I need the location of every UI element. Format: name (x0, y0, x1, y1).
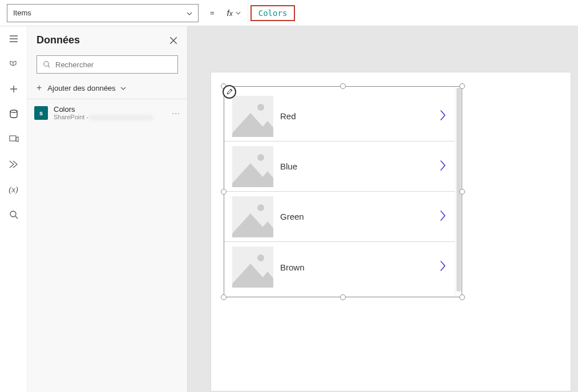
list-item-title: Brown (280, 262, 432, 272)
flows-icon[interactable] (8, 159, 19, 170)
close-icon[interactable] (169, 36, 178, 45)
data-source-name: Colors (54, 105, 166, 114)
formula-bar: Items = fx Colors (0, 0, 578, 26)
image-placeholder-icon (232, 246, 273, 288)
equals-sign: = (204, 9, 220, 17)
plus-icon: + (37, 83, 42, 93)
resize-handle[interactable] (340, 83, 346, 89)
chevron-right-icon[interactable] (439, 159, 447, 174)
gallery-list: Red Blue Green (224, 87, 455, 297)
chevron-down-icon (187, 9, 192, 17)
svg-rect-1 (10, 136, 16, 141)
property-selector[interactable]: Items (7, 4, 199, 22)
search-input[interactable] (55, 60, 172, 69)
sharepoint-icon: s (34, 106, 48, 120)
pencil-icon (226, 88, 233, 95)
fx-button[interactable]: fx (220, 0, 248, 26)
edit-badge[interactable] (223, 85, 236, 99)
media-icon[interactable] (8, 134, 19, 145)
search-input-wrapper[interactable] (37, 55, 178, 74)
resize-handle[interactable] (221, 189, 227, 195)
image-placeholder-icon (232, 146, 273, 187)
search-icon[interactable] (8, 209, 19, 220)
list-item[interactable]: Blue (224, 142, 455, 192)
list-item[interactable]: Green (224, 192, 455, 242)
hamburger-icon[interactable] (8, 33, 19, 45)
add-data-label: Ajouter des données (47, 84, 115, 92)
formula-highlight-box: Colors (250, 5, 296, 21)
resize-handle[interactable] (459, 294, 465, 300)
image-placeholder-icon (232, 196, 273, 237)
resize-handle[interactable] (459, 83, 465, 89)
chevron-right-icon[interactable] (439, 260, 447, 274)
resize-handle[interactable] (459, 189, 465, 195)
property-selector-value: Items (13, 9, 31, 17)
add-data-button[interactable]: + Ajouter des données (27, 78, 187, 99)
fx-icon: fx (227, 8, 233, 18)
list-item-title: Green (280, 212, 432, 221)
list-item-title: Red (280, 111, 432, 121)
more-icon[interactable]: ··· (172, 108, 180, 118)
data-icon[interactable] (8, 108, 19, 120)
svg-point-3 (44, 62, 48, 66)
search-icon (43, 60, 51, 68)
plus-icon[interactable] (8, 83, 19, 95)
chevron-right-icon[interactable] (439, 209, 447, 224)
panel-title: Données (37, 34, 80, 46)
data-source-subtitle: SharePoint - (54, 114, 166, 120)
chevron-down-icon (236, 10, 241, 16)
gallery-control[interactable]: Red Blue Green (224, 86, 462, 297)
canvas[interactable]: Red Blue Green (188, 26, 578, 392)
tree-view-icon[interactable] (8, 58, 19, 70)
list-item-title: Blue (280, 161, 432, 171)
formula-value[interactable]: Colors (258, 9, 288, 18)
image-placeholder-icon (232, 96, 273, 137)
resize-handle[interactable] (221, 294, 227, 300)
svg-point-2 (10, 211, 16, 217)
variables-icon[interactable]: (x) (8, 184, 19, 195)
chevron-down-icon (120, 85, 126, 91)
screen[interactable]: Red Blue Green (211, 72, 571, 391)
data-panel: Données + Ajouter des données s Colors S… (27, 26, 188, 392)
list-item[interactable]: Red (224, 91, 455, 142)
svg-point-0 (10, 110, 17, 112)
data-source-item[interactable]: s Colors SharePoint - ··· (27, 99, 187, 126)
chevron-right-icon[interactable] (439, 109, 447, 124)
resize-handle[interactable] (340, 294, 346, 300)
gallery-selection[interactable]: Red Blue Green (224, 86, 462, 297)
left-rail: (x) (0, 26, 27, 392)
list-item[interactable]: Brown (224, 242, 455, 292)
